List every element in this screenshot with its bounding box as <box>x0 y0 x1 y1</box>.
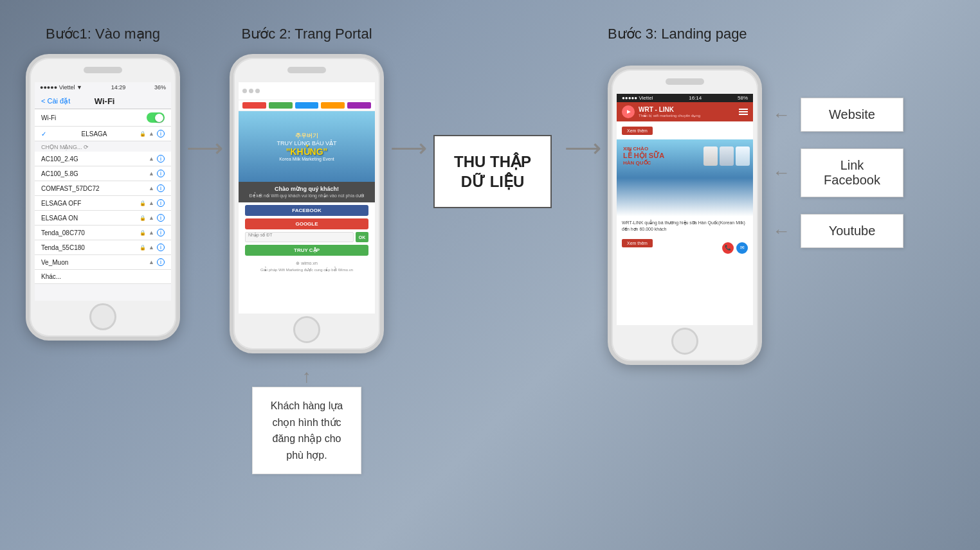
arrow-up-step2: ↑ <box>302 366 311 387</box>
wifi-row-elsaga-off[interactable]: ELSAGA OFF 🔒 ▲ i <box>35 196 171 211</box>
portal-banner: 추우버기 TRUY LÙNG BÁU VẬT "KHỦNG" Korea Mil… <box>239 111 375 182</box>
wifi-toggle[interactable] <box>147 112 165 123</box>
logo3 <box>295 102 319 109</box>
website-label: Website <box>829 107 875 121</box>
wifi-icons-ac1: ▲ i <box>149 155 165 163</box>
landing-products <box>703 146 750 166</box>
info-comfast[interactable]: i <box>157 184 165 192</box>
info-tenda2[interactable]: i <box>157 244 165 251</box>
banner-korean: 추우버기 <box>277 132 337 140</box>
landing-nav-title: WRT - LINK <box>639 106 735 113</box>
landing-nav-logo: ▶ <box>622 105 635 118</box>
logo5 <box>347 102 371 109</box>
landing-desc: WRT-LINK quảng bá thương hiệu sữa Hàn Qu… <box>617 217 753 236</box>
info-elsaga-on[interactable]: i <box>157 214 165 222</box>
info-elsaga-off[interactable]: i <box>157 199 165 207</box>
wifi-back[interactable]: < Cài đặt <box>41 97 70 105</box>
wifi-row-khac[interactable]: Khác... <box>35 270 171 284</box>
wifi-icons-tenda1: 🔒 ▲ i <box>140 229 165 236</box>
step3-phone: ●●●●● Viettel 16:14 58% ▶ WRT - LINK Thi <box>608 66 762 365</box>
phone-icon-circle[interactable]: 📞 <box>722 242 734 254</box>
landing-nav-sub: Thiết bị wifi marketing chuyên dụng <box>639 113 735 118</box>
lock-elsaga-on: 🔒 <box>140 215 146 221</box>
step1-section: Bước1: Vào mạng ●●●●● Viettel ▼ 14:29 36… <box>26 26 180 341</box>
portal-fb-btn[interactable]: FACEBOOK <box>245 205 368 216</box>
wifi-name-ac1: AC100_2.4G <box>41 155 78 163</box>
hamburger-menu-icon[interactable] <box>739 109 748 115</box>
center-box: THU THẬP DỮ LIỆU <box>433 135 552 208</box>
signal-comfast: ▲ <box>149 185 154 191</box>
landing-nav: ▶ WRT - LINK Thiết bị wifi marketing chu… <box>617 102 753 121</box>
wifi-elsaga-row[interactable]: ✓ ELSAGA 🔒 ▲ i <box>35 127 171 141</box>
wifi-elsaga-icons: 🔒 ▲ i <box>140 130 165 138</box>
landing-xem-container: Xem thêm <box>617 121 753 139</box>
info-icon1[interactable]: i <box>157 130 165 138</box>
wifi-row-tenda1[interactable]: Tenda_08C770 🔒 ▲ i <box>35 226 171 240</box>
arrow1-container: ⟶ <box>186 135 223 161</box>
wifi-name-comfast: COMFAST_57DC72 <box>41 185 100 192</box>
hamburger-line1 <box>739 109 748 110</box>
step2-caption-area: ↑ Khách hàng lựa chọn hình thức đăng nhậ… <box>252 366 361 474</box>
caption-box: Khách hàng lựa chọn hình thức đăng nhập … <box>252 387 361 474</box>
step3-content: ●●●●● Viettel 16:14 58% ▶ WRT - LINK Thi <box>608 66 903 365</box>
chat-icon-circle[interactable]: ✉ <box>736 242 748 254</box>
wifi-row-comfast[interactable]: COMFAST_57DC72 ▲ i <box>35 181 171 196</box>
wifi-name-elsaga-on: ELSAGA ON <box>41 215 78 222</box>
portal-welcome-sub: Để kết nối Wifi quý khách vui lòng nhận … <box>245 193 368 199</box>
arrow1: ⟶ <box>186 135 223 161</box>
portal-gg-btn[interactable]: GOOGLE <box>245 218 368 229</box>
wifi-name-khac: Khác... <box>41 273 61 280</box>
step2-phone: 추우버기 TRUY LÙNG BÁU VẬT "KHỦNG" Korea Mil… <box>230 54 384 353</box>
wifi-name-vemuon: Ve_Muon <box>41 259 68 266</box>
right-labels: ← Website ← LinkFacebook ← <box>772 98 903 248</box>
battery1: 36% <box>154 84 166 91</box>
product2 <box>720 146 734 166</box>
hamburger-line2 <box>739 111 748 112</box>
info-ac2[interactable]: i <box>157 170 165 177</box>
info-vemuon[interactable]: i <box>157 258 165 266</box>
wifi-row-vemuon[interactable]: Ve_Muon ▲ i <box>35 255 171 270</box>
portal-ok-btn[interactable]: OK <box>356 232 368 242</box>
info-tenda1[interactable]: i <box>157 229 165 236</box>
website-label-box: Website <box>801 98 903 132</box>
portal-input-row: Nhập số ĐT OK <box>245 232 368 242</box>
landing-btn-xem2[interactable]: Xem thêm <box>622 239 653 247</box>
wifi-row-ac1[interactable]: AC100_2.4G ▲ i <box>35 152 171 166</box>
wifi-name-elsaga-off: ELSAGA OFF <box>41 200 81 207</box>
wifi-row-ac2[interactable]: AC100_5.8G ▲ i <box>35 166 171 181</box>
wifi-row-tenda2[interactable]: Tenda_55C180 🔒 ▲ i <box>35 240 171 255</box>
step1-label: Bước1: Vào mạng <box>46 26 160 42</box>
lock-icon: 🔒 <box>140 131 146 137</box>
wifi-section-header: CHỌN MẠNG... ⟳ <box>35 141 171 152</box>
arrow3-container: ⟶ <box>565 135 601 161</box>
signal-ac1: ▲ <box>149 155 154 162</box>
info-ac1[interactable]: i <box>157 155 165 163</box>
youtube-label-box: Youtube <box>801 214 903 248</box>
portal-logo-bar <box>239 100 375 111</box>
portal-access-btn[interactable]: TRUY CẬP <box>245 245 368 256</box>
time3: 16:14 <box>689 95 702 101</box>
wifi-toggle-row: Wi-Fi <box>35 109 171 127</box>
wifi-name-tenda1: Tenda_08C770 <box>41 229 85 236</box>
facebook-label-box: LinkFacebook <box>801 148 903 197</box>
landing-btn-xem[interactable]: Xem thêm <box>622 127 653 135</box>
wifi-row-elsaga-on[interactable]: ELSAGA ON 🔒 ▲ i <box>35 211 171 226</box>
main-flow: Bước1: Vào mạng ●●●●● Viettel ▼ 14:29 36… <box>26 26 941 524</box>
wifi-icons-elsaga-off: 🔒 ▲ i <box>140 199 165 207</box>
banner-line1: TRUY LÙNG BÁU VẬT <box>277 140 337 146</box>
step2-section: Bước 2: Trang Portal <box>230 26 384 474</box>
landing-greeting: XIN CHÀO <box>623 146 664 152</box>
wifi-nav-bar: < Cài đặt Wi-Fi <box>35 93 171 109</box>
banner-sub: Korea Milk Marketing Event <box>277 157 337 161</box>
facebook-label: LinkFacebook <box>824 158 880 187</box>
logo4 <box>321 102 345 109</box>
wifi-title: Wi-Fi <box>95 96 115 106</box>
step3-label: Bước 3: Landing page <box>608 26 903 42</box>
landing-event: LỄ HỘI SỮA <box>623 152 664 160</box>
step3-screen: ●●●●● Viettel 16:14 58% ▶ WRT - LINK Thi <box>617 94 753 325</box>
portal-phone-input[interactable]: Nhập số ĐT <box>245 232 354 242</box>
arrow-to-facebook: ← <box>772 163 790 183</box>
signal-icon1: ▲ <box>149 130 154 137</box>
wifi-icons-comfast: ▲ i <box>149 184 165 192</box>
website-label-row: ← Website <box>772 98 903 132</box>
